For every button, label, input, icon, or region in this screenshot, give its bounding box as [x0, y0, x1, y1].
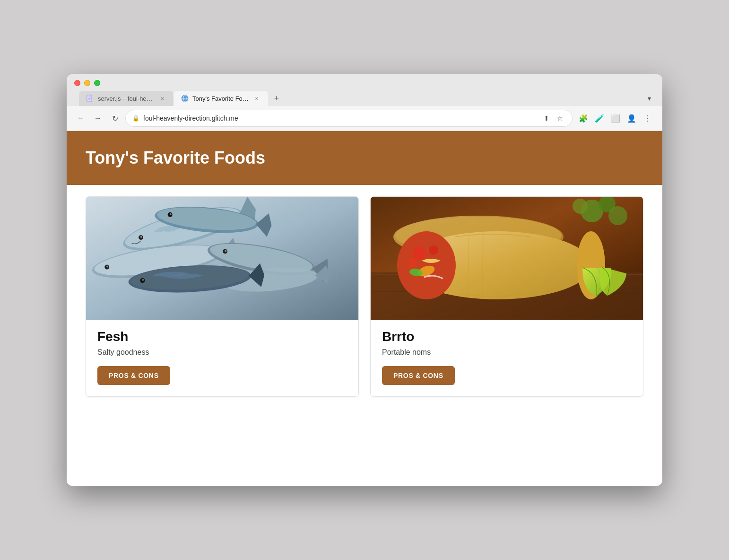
- food-image-brrto: [371, 197, 643, 320]
- tab-serverjs[interactable]: server.js – foul-heavenly-di... ✕: [79, 91, 174, 106]
- window-controls: [74, 80, 655, 86]
- page-title: Tony's Favorite Foods: [86, 148, 643, 168]
- food-card-fesh: Fesh Salty goodness PROS & CONS: [86, 196, 359, 397]
- tab-dropdown-button[interactable]: ▾: [644, 93, 655, 104]
- reload-button[interactable]: ↻: [108, 112, 122, 125]
- lock-icon: 🔒: [132, 115, 139, 122]
- minimize-button[interactable]: [84, 80, 90, 86]
- back-button[interactable]: ←: [74, 112, 87, 125]
- svg-point-39: [429, 245, 438, 255]
- profile-icon[interactable]: 👤: [625, 111, 639, 125]
- page-content: Tony's Favorite Foods: [67, 131, 662, 486]
- close-button[interactable]: [74, 80, 80, 86]
- food-desc-brrto: Portable noms: [382, 348, 632, 357]
- tab-favicon-1: [87, 95, 94, 102]
- pros-cons-button-brrto[interactable]: PROS & CONS: [382, 366, 455, 385]
- flask-icon[interactable]: 🧪: [592, 111, 607, 125]
- svg-point-38: [413, 247, 426, 260]
- forward-button[interactable]: →: [91, 112, 104, 125]
- address-text: foul-heavenly-direction.glitch.me: [143, 114, 537, 122]
- maximize-button[interactable]: [94, 80, 100, 86]
- food-name-fesh: Fesh: [97, 329, 347, 344]
- extensions-icon[interactable]: 🧩: [576, 111, 590, 125]
- forward-icon: →: [94, 114, 102, 122]
- tab-title-1: server.js – foul-heavenly-di...: [98, 95, 155, 102]
- food-desc-fesh: Salty goodness: [97, 348, 347, 357]
- pros-cons-button-fesh[interactable]: PROS & CONS: [97, 366, 170, 385]
- svg-point-46: [573, 199, 588, 214]
- address-bar[interactable]: 🔒 foul-heavenly-direction.glitch.me ⬆ ☆: [125, 110, 573, 127]
- tab-close-1[interactable]: ✕: [158, 95, 166, 102]
- reload-icon: ↻: [112, 114, 118, 123]
- svg-point-37: [397, 231, 456, 299]
- share-icon[interactable]: ⬆: [541, 113, 552, 124]
- food-image-fesh: [86, 197, 358, 320]
- page-header: Tony's Favorite Foods: [67, 131, 662, 185]
- tab-tonys-foods[interactable]: Tony's Favorite Foods ✕: [174, 91, 268, 106]
- title-bar: server.js – foul-heavenly-di... ✕ Tony's…: [67, 74, 662, 106]
- toolbar-right: 🧩 🧪 ⬜ 👤 ⋮: [576, 111, 655, 125]
- split-view-icon[interactable]: ⬜: [608, 111, 623, 125]
- browser-window: server.js – foul-heavenly-di... ✕ Tony's…: [67, 74, 662, 486]
- tabs-row: server.js – foul-heavenly-di... ✕ Tony's…: [79, 91, 655, 106]
- bookmark-icon[interactable]: ☆: [554, 113, 565, 124]
- food-card-body-fesh: Fesh Salty goodness PROS & CONS: [86, 320, 358, 396]
- food-name-brrto: Brrto: [382, 329, 632, 344]
- svg-point-47: [608, 206, 627, 225]
- food-card-brrto: Brrto Portable noms PROS & CONS: [370, 196, 643, 397]
- svg-point-40: [408, 258, 417, 268]
- tab-close-2[interactable]: ✕: [253, 95, 260, 102]
- food-grid: Fesh Salty goodness PROS & CONS: [67, 185, 662, 408]
- toolbar: ← → ↻ 🔒 foul-heavenly-direction.glitch.m…: [67, 106, 662, 131]
- back-icon: ←: [77, 114, 85, 122]
- address-actions: ⬆ ☆: [541, 113, 565, 124]
- new-tab-button[interactable]: +: [270, 92, 283, 105]
- menu-icon[interactable]: ⋮: [641, 111, 655, 125]
- tab-title-2: Tony's Favorite Foods: [192, 95, 249, 102]
- tab-favicon-2: [181, 95, 189, 102]
- food-card-body-brrto: Brrto Portable noms PROS & CONS: [371, 320, 643, 396]
